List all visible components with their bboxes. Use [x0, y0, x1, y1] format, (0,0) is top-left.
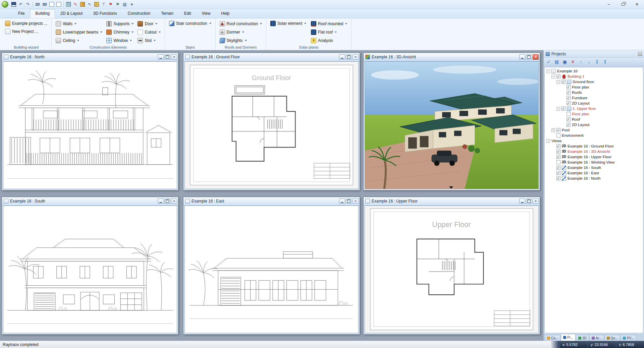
tree-checkbox[interactable] — [567, 117, 571, 121]
tab-terrain[interactable]: Terrain — [156, 9, 179, 18]
stair-construction-button[interactable]: Stair construction — [168, 19, 213, 27]
tab-help[interactable]: Help — [216, 9, 235, 18]
tab-area[interactable]: Ar... — [589, 335, 604, 341]
window-east[interactable]: Example 16 : East — [183, 197, 360, 335]
roof-mounted-button[interactable]: Roof mounted — [310, 20, 348, 28]
tree-checkbox[interactable] — [556, 166, 560, 170]
tree-expander-icon[interactable] — [546, 139, 550, 143]
dropdown-arrow-icon[interactable] — [74, 23, 76, 24]
print-icon[interactable]: ▣ — [561, 59, 569, 65]
grid-icon[interactable] — [65, 1, 72, 8]
tile-vertical-icon[interactable] — [48, 1, 55, 8]
tree-checkbox[interactable] — [556, 160, 560, 164]
window-minimize-button[interactable] — [158, 198, 164, 204]
tree-item-roofs[interactable]: Roofs — [545, 90, 643, 95]
window-maximize-button[interactable] — [526, 54, 532, 60]
window-maximize-button[interactable] — [346, 54, 352, 60]
solar-element-button[interactable]: Solar element — [269, 19, 308, 27]
roof-construction-button[interactable]: Roof construction — [218, 20, 263, 28]
window-titlebar[interactable]: Example 16 : South — [2, 197, 178, 206]
tree-item-view-north[interactable]: Example 16 : North — [545, 176, 643, 181]
dropdown-arrow-icon[interactable] — [131, 23, 133, 24]
marker-flag-icon[interactable]: ⚑ — [114, 1, 121, 8]
window-close-button[interactable] — [171, 198, 177, 204]
tree-checkbox[interactable] — [556, 133, 560, 137]
sort-desc-icon[interactable]: ↥ — [601, 59, 609, 65]
tab-3d-functions[interactable]: 3D Functions — [88, 9, 122, 18]
dropdown-arrow-icon[interactable] — [100, 32, 102, 33]
window-north[interactable]: Example 16 : North — [2, 53, 178, 190]
supports-button[interactable]: Supports — [105, 20, 135, 28]
dropdown-arrow-icon[interactable] — [155, 23, 157, 24]
window-minimize-button[interactable] — [158, 54, 164, 60]
dropdown-arrow-icon[interactable] — [245, 40, 247, 41]
tree-checkbox[interactable] — [556, 171, 560, 175]
window-close-button[interactable] — [353, 198, 359, 204]
window-close-button[interactable] — [533, 198, 539, 204]
tab-view[interactable]: View — [197, 9, 216, 18]
tree-item-upper-floor[interactable]: 1. Upper floor — [545, 106, 643, 111]
save-icon[interactable] — [10, 1, 17, 8]
tree-expander-icon[interactable] — [551, 128, 555, 132]
tree-item-furniture[interactable]: Furniture — [545, 95, 643, 101]
cutout-button[interactable]: Cutout — [136, 28, 162, 36]
window-titlebar[interactable]: Example 16 : North — [2, 53, 178, 61]
flag-icon[interactable]: ⚑ — [107, 1, 114, 8]
window-titlebar[interactable]: Example 16 : 3D-Ansicht — [364, 53, 540, 61]
tree-item-view-ground-floor[interactable]: 2D Example 16 : Ground Floor — [545, 143, 643, 149]
tab-file[interactable]: File — [13, 9, 30, 18]
tree-expander-icon[interactable] — [556, 80, 560, 84]
analysis-button[interactable]: Analysis — [310, 37, 348, 45]
window-close-button[interactable] — [171, 54, 177, 60]
panel-options-icon[interactable] — [638, 52, 642, 56]
window-maximize-button[interactable] — [346, 198, 352, 204]
tab-projects[interactable]: Pr... — [561, 334, 576, 341]
tree-item-ground-floor[interactable]: Ground floor — [545, 79, 643, 84]
window-close-button[interactable] — [353, 54, 359, 60]
new-project-button[interactable]: New Project ... — [4, 27, 49, 36]
move-down-icon[interactable]: ↓ — [585, 59, 593, 65]
tree-checkbox[interactable] — [567, 123, 571, 127]
tree-expander-icon[interactable] — [546, 69, 550, 73]
tree-checkbox[interactable] — [567, 112, 571, 116]
flat-roof-button[interactable]: Flat roof — [310, 28, 348, 36]
tab-edit[interactable]: Edit — [179, 9, 197, 18]
view-3d-icon[interactable]: 3D — [41, 1, 48, 8]
confirm-icon[interactable]: ✓ — [545, 59, 552, 65]
tree-checkbox[interactable] — [556, 144, 560, 148]
dropdown-arrow-icon[interactable] — [131, 32, 133, 33]
walls-button[interactable]: Walls — [54, 20, 104, 28]
dropdown-arrow-icon[interactable] — [154, 40, 156, 41]
tree-item-building1[interactable]: Building 1 — [545, 74, 643, 79]
chimney-button[interactable]: Chimney — [105, 28, 135, 36]
tree-checkbox[interactable] — [556, 176, 560, 180]
tree-item-roof[interactable]: Roof — [545, 117, 643, 122]
tree-expander-icon[interactable] — [551, 75, 555, 78]
window-minimize-button[interactable] — [519, 54, 525, 60]
move-up-icon[interactable]: ↑ — [577, 59, 585, 65]
window-maximize-button[interactable] — [164, 198, 170, 204]
skylights-button[interactable]: Skylights — [218, 37, 263, 45]
dropdown-arrow-icon[interactable] — [77, 40, 79, 41]
dropdown-arrow-icon[interactable] — [209, 23, 211, 24]
dropdown-arrow-icon[interactable] — [159, 32, 161, 33]
tree-checkbox[interactable] — [561, 80, 566, 84]
tree-item-floor-plan[interactable]: Floor plan — [545, 84, 643, 90]
window-button[interactable]: Window — [105, 37, 135, 45]
freehand-icon[interactable]: ✎ — [72, 1, 79, 8]
tree-item-view-working-view[interactable]: 2D Example 16 : Working View — [545, 160, 643, 165]
tab-pv[interactable]: PV... — [621, 335, 636, 341]
tab-2d-layout[interactable]: 2D & Layout — [55, 9, 88, 18]
beams-button[interactable]: Lower/upper beams — [54, 28, 104, 36]
tree-expander-icon[interactable] — [556, 107, 560, 111]
tsquare-icon[interactable]: ⊤ — [100, 1, 107, 8]
window-minimize-button[interactable] — [519, 198, 525, 204]
titlebar[interactable]: ↶ ↷ 2D 3D ✎ ↖ ⊤ ⚑ ⚑ ▤ ▾ – ✕ — [0, 0, 644, 9]
slot-button[interactable]: Slot — [136, 37, 162, 45]
window-minimize-button[interactable] — [339, 198, 345, 204]
report-icon[interactable]: ▤ — [553, 59, 560, 65]
tree-item-view-upper-floor[interactable]: 2D Example 16 : Upper Floor — [545, 154, 643, 160]
tile-horizontal-icon[interactable] — [55, 1, 62, 8]
tree-checkbox[interactable] — [567, 85, 571, 89]
window-titlebar[interactable]: Example 16 : Upper Floor — [364, 197, 540, 206]
